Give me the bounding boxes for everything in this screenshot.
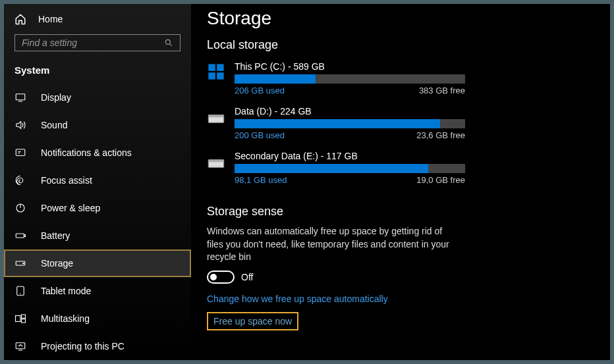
svg-rect-23 — [208, 115, 223, 118]
drive-c-bar — [235, 74, 465, 84]
focus-icon — [14, 174, 26, 186]
page-title: Storage — [207, 8, 594, 29]
svg-rect-19 — [217, 64, 224, 71]
svg-rect-20 — [208, 72, 215, 80]
local-storage-heading: Local storage — [207, 38, 594, 52]
battery-icon — [14, 230, 26, 242]
svg-point-10 — [23, 263, 24, 264]
drive-e-icon — [207, 152, 225, 170]
svg-rect-2 — [16, 94, 25, 100]
sound-icon — [14, 119, 26, 131]
sidebar-item-label: Tablet mode — [41, 286, 91, 296]
drive-c-body: This PC (C:) - 589 GB 206 GB used 383 GB… — [235, 61, 465, 95]
notifications-icon — [14, 147, 26, 159]
drive-name: This PC (C:) - 589 GB — [235, 61, 465, 72]
drive-c-icon — [207, 63, 225, 81]
drive-used: 200 GB used — [235, 130, 285, 140]
sidebar-item-focus[interactable]: Focus assist — [4, 167, 191, 194]
drive-e-body: Secondary Data (E:) - 117 GB 98,1 GB use… — [235, 151, 465, 185]
sidebar-item-notifications[interactable]: Notifications & actions — [4, 139, 191, 167]
free-up-now-link[interactable]: Free up space now — [207, 312, 298, 330]
svg-rect-25 — [208, 160, 223, 163]
drive-used: 206 GB used — [235, 86, 285, 95]
category-heading: System — [4, 58, 191, 84]
change-free-up-link[interactable]: Change how we free up space automaticall… — [207, 294, 388, 304]
sidebar-item-sound[interactable]: Sound — [4, 111, 191, 139]
drive-free: 383 GB free — [419, 86, 465, 95]
svg-rect-16 — [16, 343, 25, 349]
toggle-state-label: Off — [241, 272, 253, 282]
sidebar-item-display[interactable]: Display — [4, 84, 191, 111]
sidebar-item-label: Display — [41, 92, 71, 103]
drive-row-e[interactable]: Secondary Data (E:) - 117 GB 98,1 GB use… — [207, 151, 594, 185]
svg-line-1 — [170, 44, 172, 46]
sidebar-item-storage[interactable]: Storage — [4, 249, 191, 277]
sidebar: Home System Display Sound Notifications … — [4, 4, 191, 360]
svg-rect-15 — [22, 319, 26, 323]
search-input-container[interactable] — [14, 34, 181, 51]
search-input[interactable] — [22, 38, 154, 48]
storage-sense-heading: Storage sense — [207, 205, 594, 219]
sidebar-item-label: Multitasking — [41, 313, 90, 324]
svg-point-0 — [165, 39, 170, 44]
svg-rect-14 — [22, 315, 26, 318]
svg-rect-7 — [16, 234, 24, 238]
svg-rect-21 — [217, 72, 224, 80]
drive-row-c[interactable]: This PC (C:) - 589 GB 206 GB used 383 GB… — [207, 61, 594, 95]
svg-rect-18 — [208, 64, 215, 71]
sidebar-item-label: Battery — [41, 230, 70, 241]
storage-sense-description: Windows can automatically free up space … — [207, 225, 457, 264]
sidebar-item-power[interactable]: Power & sleep — [4, 194, 191, 222]
drive-row-d[interactable]: Data (D:) - 224 GB 200 GB used 23,6 GB f… — [207, 106, 594, 140]
drive-d-icon — [207, 107, 225, 126]
projecting-icon — [14, 340, 26, 352]
drive-d-body: Data (D:) - 224 GB 200 GB used 23,6 GB f… — [235, 106, 465, 140]
multitasking-icon — [14, 313, 26, 325]
drive-name: Secondary Data (E:) - 117 GB — [235, 151, 465, 161]
search-icon — [164, 38, 173, 47]
home-icon — [14, 13, 26, 25]
sidebar-item-projecting[interactable]: Projecting to this PC — [4, 332, 191, 360]
nav-list: Display Sound Notifications & actions Fo… — [4, 84, 191, 360]
home-button[interactable]: Home — [4, 8, 191, 30]
storage-icon — [14, 257, 26, 269]
drive-free: 19,0 GB free — [416, 175, 465, 185]
drive-name: Data (D:) - 224 GB — [235, 106, 465, 117]
drive-free: 23,6 GB free — [416, 130, 465, 140]
sidebar-item-label: Notifications & actions — [41, 147, 132, 158]
settings-window: Home System Display Sound Notifications … — [4, 4, 610, 360]
drive-e-bar — [235, 164, 465, 173]
tablet-icon — [14, 285, 26, 297]
storage-sense-toggle-row: Off — [207, 271, 594, 284]
sidebar-item-label: Focus assist — [41, 175, 92, 186]
drive-d-bar — [235, 119, 465, 128]
sidebar-item-label: Storage — [41, 258, 73, 269]
svg-rect-13 — [16, 316, 21, 322]
sidebar-item-multitasking[interactable]: Multitasking — [4, 305, 191, 332]
sidebar-item-label: Power & sleep — [41, 203, 100, 213]
power-icon — [14, 202, 26, 214]
storage-sense-toggle[interactable] — [207, 271, 235, 284]
drive-used: 98,1 GB used — [235, 175, 287, 185]
sidebar-item-battery[interactable]: Battery — [4, 222, 191, 249]
svg-rect-8 — [24, 235, 26, 237]
main-content: Storage Local storage This PC (C:) - 589… — [191, 4, 610, 360]
display-icon — [14, 91, 26, 103]
sidebar-item-label: Projecting to this PC — [41, 341, 125, 351]
svg-rect-4 — [16, 149, 25, 156]
home-label: Home — [38, 14, 63, 24]
sidebar-item-tablet[interactable]: Tablet mode — [4, 277, 191, 305]
sidebar-item-label: Sound — [41, 120, 67, 130]
